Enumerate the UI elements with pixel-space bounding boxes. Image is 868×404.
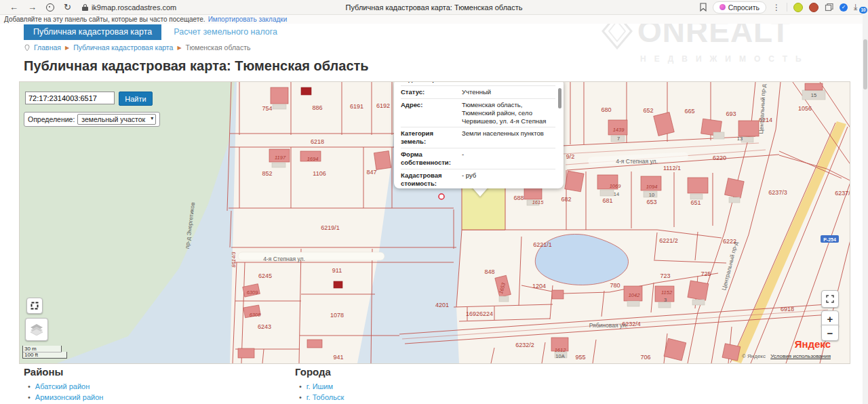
parcel-label: 6232/2 bbox=[515, 342, 534, 348]
parcel-label: 6237/3 bbox=[835, 190, 850, 197]
fullscreen-icon bbox=[826, 295, 834, 303]
parcel-label: 652 bbox=[643, 107, 653, 114]
extension-tabs-icon[interactable] bbox=[825, 3, 833, 12]
tab-public-map[interactable]: Публичная кадастровая карта bbox=[24, 24, 161, 40]
city-link[interactable]: г. Ишим bbox=[307, 382, 333, 390]
popup-row-value: Учтенный bbox=[462, 88, 555, 96]
popup-row-value: - руб bbox=[462, 171, 555, 188]
parcel-label: 725 bbox=[701, 270, 711, 277]
popup-row-label: Категория земель: bbox=[401, 129, 462, 146]
parcel-label: 706 bbox=[640, 354, 650, 361]
find-button[interactable]: Найти bbox=[119, 92, 153, 106]
downloads-button[interactable]: ⤓ 10 bbox=[854, 2, 864, 12]
parcel-label: 1694 bbox=[307, 156, 319, 162]
refresh-icon[interactable]: ↻ bbox=[64, 0, 71, 14]
parcel-label: 14 bbox=[614, 191, 619, 197]
parcel-info-popup: Кад. номер:72:17:2314003:6517Статус:Учте… bbox=[394, 81, 564, 188]
popup-row-value: - bbox=[462, 150, 555, 167]
extension-docs-icon[interactable]: ✓ bbox=[840, 3, 848, 12]
scale-bar: 30 m 100 ft bbox=[22, 346, 67, 359]
parcel-label: 780 bbox=[610, 282, 620, 289]
popup-row-value: 72:17:2314003:6517 bbox=[462, 81, 555, 83]
breadcrumb-current: Тюменская область bbox=[186, 43, 251, 52]
download-icon: ⤓ bbox=[854, 2, 857, 12]
breadcrumb: Главная ▶ Публичная кадастровая карта ▶ … bbox=[24, 43, 251, 52]
parcel-label: 1439 bbox=[613, 127, 625, 133]
city-link[interactable]: г. Тобольск bbox=[307, 393, 344, 401]
bookmark-icon[interactable] bbox=[700, 3, 707, 12]
breadcrumb-separator: ▶ bbox=[177, 45, 181, 51]
ask-button[interactable]: Спросить bbox=[713, 1, 766, 14]
district-link[interactable]: Армизонский район bbox=[35, 393, 104, 401]
parcel-label: 6245 bbox=[258, 272, 272, 279]
breadcrumb-home[interactable]: Главная bbox=[34, 43, 61, 52]
map-search: Найти bbox=[25, 92, 153, 106]
popup-row-label: Адрес: bbox=[401, 101, 462, 125]
tab-land-tax[interactable]: Расчет земельного налога bbox=[174, 24, 277, 37]
popup-row-label: Статус: bbox=[401, 88, 462, 96]
street-label: Рябиновая ул. bbox=[589, 322, 628, 329]
parcel-label: 6918 bbox=[781, 306, 794, 312]
parcel-label: 1069 bbox=[610, 183, 622, 189]
forward-icon[interactable]: → bbox=[28, 0, 37, 14]
definition-select[interactable]: земельный участок bbox=[77, 114, 156, 125]
parcel-label: 3 bbox=[664, 297, 667, 303]
map-attribution: © Яндекс Условия использования bbox=[742, 353, 831, 359]
cities-title: Города bbox=[295, 366, 344, 378]
breadcrumb-separator: ▶ bbox=[65, 45, 69, 51]
popup-row-label: Форма собственности: bbox=[401, 150, 462, 167]
district-link[interactable]: Абатский район bbox=[35, 382, 90, 390]
breadcrumb-map[interactable]: Публичная кадастровая карта bbox=[73, 43, 173, 52]
cities-section: Города г. Ишимг. Тобольскг. Тюмень bbox=[295, 366, 344, 404]
parcel-label: 848 bbox=[484, 268, 494, 275]
parcel-label: 681 bbox=[602, 197, 612, 204]
parcel-label: 1615 bbox=[532, 199, 545, 205]
back-icon[interactable]: ← bbox=[9, 0, 18, 14]
menu-kebab-icon[interactable]: ⋮ bbox=[772, 3, 781, 12]
popup-row: Кад. номер:72:17:2314003:6517 bbox=[401, 81, 555, 86]
popup-row: Статус:Учтенный bbox=[401, 86, 555, 99]
parcel-label: 1152 bbox=[661, 289, 673, 296]
cadastral-map[interactable]: Р-254 75488661916192621885211068476219/1… bbox=[19, 81, 850, 364]
parcel-label: 1106 bbox=[313, 170, 326, 177]
parcel-label: 723 bbox=[660, 272, 670, 279]
parcel-label: 7 bbox=[617, 136, 620, 142]
districts-title: Районы bbox=[24, 366, 110, 378]
popup-row: Категория земель:Земли населенных пункто… bbox=[401, 127, 555, 148]
extension-green-icon[interactable] bbox=[793, 3, 803, 12]
parcel-label: 6221/1 bbox=[533, 241, 552, 248]
parcel-label: 1056 bbox=[798, 105, 812, 112]
page-scrollbar[interactable] bbox=[863, 14, 868, 404]
street-label: 4-я Степная ул. bbox=[616, 158, 658, 165]
layers-icon bbox=[30, 323, 43, 336]
popup-scrollbar[interactable] bbox=[558, 88, 561, 108]
parcel-label: 1078 bbox=[330, 312, 344, 319]
parcel-label: 688 bbox=[513, 195, 524, 201]
terms-link[interactable]: Условия использования bbox=[770, 353, 831, 359]
road-badge: Р-254 bbox=[821, 235, 839, 243]
districts-section: Районы Абатский районАрмизонский районАр… bbox=[24, 366, 110, 404]
parcel-label: 847 bbox=[366, 169, 376, 176]
measure-tool-button[interactable] bbox=[26, 298, 43, 314]
parcel-label: 1112/1 bbox=[663, 165, 681, 171]
list-item: г. Тобольск bbox=[299, 393, 344, 401]
layers-button[interactable] bbox=[25, 318, 48, 341]
parcel-label: 6237/3 bbox=[768, 189, 787, 196]
parcel-label: 6219/1 bbox=[321, 224, 340, 231]
fullscreen-button[interactable] bbox=[821, 290, 839, 308]
parcel-label: 13 bbox=[737, 136, 743, 142]
page-scrollbar-thumb[interactable] bbox=[863, 39, 867, 89]
parcel-label: 1204 bbox=[532, 283, 546, 289]
address-bar[interactable]: ik9map.roscadastres.com bbox=[82, 3, 176, 12]
parcel-label: 911 bbox=[332, 267, 342, 274]
import-bookmarks-link[interactable]: Импортировать закладки bbox=[208, 16, 288, 23]
list-item: Абатский район bbox=[28, 382, 110, 390]
parcel-label: 651 bbox=[690, 199, 701, 206]
parcel-label: 6221/2 bbox=[659, 237, 678, 244]
parcel-label: 4201 bbox=[435, 302, 449, 308]
alice-icon bbox=[719, 4, 726, 10]
site-info-icon[interactable] bbox=[46, 3, 54, 12]
extension-red-icon[interactable] bbox=[809, 3, 818, 12]
cadastral-number-input[interactable] bbox=[25, 92, 115, 104]
bookmarks-hint: Добавляйте на эту панель сайты, которые … bbox=[4, 16, 205, 23]
